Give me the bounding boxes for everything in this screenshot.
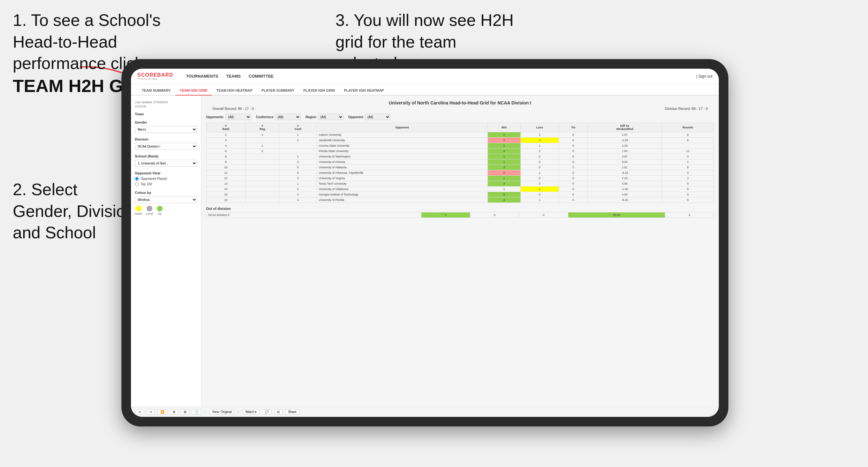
table-row: 12 3 University of Virginia 1 0 0 2.33 3 xyxy=(206,176,714,181)
ood-table-row: NCAA Division II 1 0 0 26.00 3 xyxy=(206,212,714,218)
grid-button[interactable]: ⊞ xyxy=(181,409,189,415)
sidebar-radio-group: Opponents Played Top 100 xyxy=(135,177,197,186)
settings-button[interactable]: ⚙ xyxy=(169,409,178,415)
col-conf: #Conf xyxy=(279,123,317,132)
table-row: 9 3 University of Arizona 1 0 0 9.00 2 xyxy=(206,159,714,165)
table-row: 8 2 University of Washington 1 0 0 3.67 … xyxy=(206,154,714,159)
sidebar-school-label: School (Rank) xyxy=(135,154,197,158)
sidebar-opponent-label: Opponent View xyxy=(135,171,197,175)
sidebar-team-section: Team xyxy=(135,112,197,116)
table-row: 13 1 Texas Tech University 3 0 0 5.56 9 xyxy=(206,181,714,187)
radio-opponents-played[interactable]: Opponents Played xyxy=(135,177,197,181)
nav-items: TOURNAMENTS TEAMS COMMITTEE xyxy=(186,73,274,79)
filter-opponent-select[interactable]: (All) xyxy=(365,114,391,120)
undo-button[interactable]: ↩ xyxy=(136,409,144,415)
col-loss: Loss xyxy=(521,123,559,132)
subnav-team-summary[interactable]: TEAM SUMMARY xyxy=(137,86,176,95)
nav-tournaments[interactable]: TOURNAMENTS xyxy=(186,73,218,79)
sidebar-gender-label: Gender xyxy=(135,120,197,124)
subnav-team-h2h-heatmap[interactable]: TEAM H2H HEATMAP xyxy=(212,86,257,95)
col-opponent: Opponent xyxy=(317,123,488,132)
filter-region-select[interactable]: (All) xyxy=(318,114,343,120)
sidebar-division-select[interactable]: NCAA Division I xyxy=(135,143,197,150)
col-tie: Tie xyxy=(559,123,588,132)
sidebar-school-select[interactable]: 1. University of Nort... xyxy=(135,160,197,167)
main-table: #Rank #Reg #Conf Opponent Win Loss Tie D… xyxy=(206,123,714,203)
col-reg: #Reg xyxy=(245,123,279,132)
sidebar-colour-section: Colour by Win/loss Down Level xyxy=(135,191,197,215)
nav-committee[interactable]: COMMITTEE xyxy=(249,73,274,79)
table-row: 14 2 University of Oklahoma 1 2 0 -1.00 … xyxy=(206,187,714,192)
filter-opponent: Opponent (All) xyxy=(348,114,391,120)
grid-records: Overall Record: 89 - 17 - 0 Division Rec… xyxy=(206,107,714,111)
filter-row: Opponents: (All) Conference (All) Region xyxy=(206,114,714,120)
col-rank: #Rank xyxy=(206,123,246,132)
filter-conference: Conference (All) xyxy=(256,114,301,120)
filter-region: Region (All) xyxy=(305,114,343,120)
sidebar-colour-select[interactable]: Win/loss xyxy=(135,196,197,203)
grid-area: University of North Carolina Head-to-Hea… xyxy=(201,95,719,407)
colour-legend: Down Level Up xyxy=(135,206,197,215)
sidebar-division-label: Division xyxy=(135,137,197,141)
subnav-player-summary[interactable]: PLAYER SUMMARY xyxy=(257,86,299,95)
sidebar: Last Updated: 27/03/2024 16:55:38 Team G… xyxy=(131,95,201,407)
watch-button[interactable]: Watch ▾ xyxy=(243,409,260,415)
col-rounds: Rounds xyxy=(662,123,714,132)
col-diff: Diff AvStrokes/Rnd xyxy=(588,123,662,132)
table-row: 2 1 1 Auburn University 2 1 0 1.67 9 xyxy=(206,132,714,138)
logo: SCOREBARD Powered by clippi xyxy=(137,72,173,80)
filter-opponents: Opponents: (All) xyxy=(206,114,251,120)
tablet-screen: SCOREBARD Powered by clippi TOURNAMENTS … xyxy=(131,69,719,417)
comment-button[interactable]: 💬 xyxy=(262,409,272,415)
grid-title: University of North Carolina Head-to-Hea… xyxy=(206,100,714,105)
subnav-player-h2h-grid[interactable]: PLAYER H2H GRID xyxy=(299,86,339,95)
view-original-button[interactable]: View: Original xyxy=(209,409,235,415)
sidebar-colour-label: Colour by xyxy=(135,191,197,194)
colour-level xyxy=(147,206,152,212)
share-button[interactable]: Share xyxy=(285,409,299,415)
subnav-player-h2h-heatmap[interactable]: PLAYER H2H HEATMAP xyxy=(340,86,389,95)
sidebar-opponent-section: Opponent View Opponents Played Top 100 xyxy=(135,171,197,186)
sidebar-gender-select[interactable]: Men's xyxy=(135,126,197,133)
sidebar-team-label: Team xyxy=(135,112,197,116)
colour-down xyxy=(136,206,142,212)
col-win: Win xyxy=(488,123,520,132)
table-row: 11 6 University of Arkansas, Fayettevill… xyxy=(206,170,714,176)
subnav-team-h2h-grid[interactable]: TEAM H2H GRID xyxy=(176,86,212,95)
logo-text: SCOREBARD xyxy=(137,72,173,77)
bottom-toolbar: ↩ ↪ ⏩ ⚙ ⊞ 🕐 | View: Original | Watch ▾ 💬… xyxy=(131,407,719,417)
redo-button[interactable]: ↪ xyxy=(147,409,155,415)
filter-opponents-select[interactable]: (All) xyxy=(225,114,251,120)
table-row: 10 5 University of Alabama 3 0 0 2.61 8 xyxy=(206,165,714,170)
nav-bar: SCOREBARD Powered by clippi TOURNAMENTS … xyxy=(131,69,719,84)
sidebar-timestamp: Last Updated: 27/03/2024 16:55:38 xyxy=(135,100,197,108)
filter-conference-select[interactable]: (All) xyxy=(275,114,301,120)
sidebar-school-section: School (Rank) 1. University of Nort... xyxy=(135,154,197,167)
colour-up xyxy=(157,206,163,212)
nav-teams[interactable]: TEAMS xyxy=(226,73,241,79)
division-record: Division Record: 88 - 17 - 0 xyxy=(665,107,708,111)
sidebar-division-section: Division NCAA Division I xyxy=(135,137,197,150)
grid2-button[interactable]: ⊟ xyxy=(274,409,282,415)
main-content: Last Updated: 27/03/2024 16:55:38 Team G… xyxy=(131,95,719,407)
tablet-frame: SCOREBARD Powered by clippi TOURNAMENTS … xyxy=(121,59,728,427)
nav-sign-out[interactable]: | Sign out xyxy=(696,74,712,79)
table-row: 15 4 Georgia Institute of Technology 6 0… xyxy=(206,192,714,197)
clock-button[interactable]: 🕐 xyxy=(192,409,201,415)
overall-record: Overall Record: 89 - 17 - 0 xyxy=(212,107,254,111)
ood-table: NCAA Division II 1 0 0 26.00 3 xyxy=(206,212,714,218)
out-of-division: Out of division NCAA Division II 1 0 0 2… xyxy=(206,207,714,218)
sidebar-gender-section: Gender Men's xyxy=(135,120,197,133)
forward-button[interactable]: ⏩ xyxy=(157,409,167,415)
table-row: 3 2 Vanderbilt University 0 4 0 -2.29 8 xyxy=(206,138,714,143)
sub-nav: TEAM SUMMARY TEAM H2H GRID TEAM H2H HEAT… xyxy=(131,84,719,95)
logo-subtext: Powered by clippi xyxy=(137,77,173,80)
table-row: 4 1 Arizona State University 5 1 0 2.29 xyxy=(206,143,714,149)
radio-top100[interactable]: Top 100 xyxy=(135,182,197,186)
table-row: 16 3 University of Florida 3 1 0 -6.42 9 xyxy=(206,197,714,203)
table-row: 6 2 Florida State University 4 2 0 1.83 … xyxy=(206,149,714,154)
